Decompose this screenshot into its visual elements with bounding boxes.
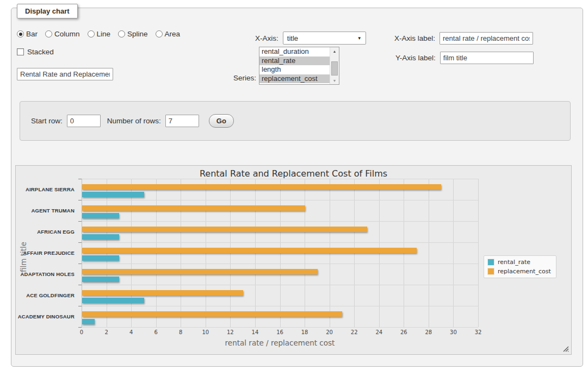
x-tick-label: 22 bbox=[351, 329, 358, 335]
series-options: rental_durationrental_ratelengthreplacem… bbox=[259, 47, 339, 83]
rental_rate-bar[interactable] bbox=[82, 298, 144, 303]
category-label: ACADEMY DINOSAUR bbox=[17, 306, 78, 327]
gridline bbox=[478, 179, 479, 327]
series-label: Series: bbox=[233, 74, 256, 82]
chart-x-axis-title: rental rate / replacement cost bbox=[82, 338, 478, 347]
x-axis-label-row: X-Axis label: bbox=[394, 32, 533, 45]
replacement_cost-bar[interactable] bbox=[82, 248, 417, 253]
x-axis-label-input[interactable] bbox=[440, 32, 533, 45]
chart-title: Rental Rate and Replacement Cost of Film… bbox=[16, 168, 571, 179]
chart-type-radio-bar[interactable]: Bar bbox=[17, 30, 38, 38]
y-axis-label-label: Y-Axis label: bbox=[395, 54, 436, 62]
x-tick-label: 28 bbox=[425, 329, 432, 335]
series-option[interactable]: replacement_cost bbox=[259, 74, 339, 84]
replacement_cost-bar[interactable] bbox=[82, 269, 318, 274]
rows-panel: Start row: Number of rows: Go bbox=[20, 101, 571, 141]
stacked-checkbox[interactable] bbox=[17, 48, 24, 55]
category-label: AFFAIR PREJUDICE bbox=[17, 242, 78, 264]
chart-legend: rental_ratereplacement_cost bbox=[484, 255, 556, 278]
category-label: AFRICAN EGG bbox=[17, 221, 78, 242]
x-tick-label: 16 bbox=[276, 329, 283, 335]
chevron-down-icon: ▼ bbox=[357, 36, 362, 41]
x-axis-selected-value: title bbox=[287, 34, 298, 42]
rental_rate-bar[interactable] bbox=[82, 213, 119, 218]
series-row: Series: rental_durationrental_ratelength… bbox=[259, 47, 339, 85]
x-tick-label: 32 bbox=[475, 329, 482, 335]
gridline bbox=[82, 264, 478, 264]
stacked-checkbox-row[interactable]: Stacked bbox=[17, 48, 54, 56]
x-tick-label: 6 bbox=[154, 329, 158, 335]
chart-type-radio-line[interactable]: Line bbox=[88, 30, 111, 38]
chart-type-radio-group: BarColumnLineSplineArea bbox=[17, 30, 185, 38]
category-labels: AIRPLANE SIERRAAGENT TRUMANAFRICAN EGGAF… bbox=[17, 179, 78, 327]
rental_rate-bar[interactable] bbox=[82, 192, 144, 197]
radio-icon bbox=[45, 30, 52, 37]
x-axis-label-label: X-Axis label: bbox=[394, 34, 435, 42]
chart-type-label: Area bbox=[165, 30, 181, 38]
gridline bbox=[82, 221, 478, 222]
replacement_cost-bar[interactable] bbox=[82, 227, 367, 232]
y-axis-label-input[interactable] bbox=[440, 52, 534, 64]
x-tick-label: 0 bbox=[80, 329, 83, 335]
chart-type-label: Line bbox=[97, 30, 111, 38]
chart-title-input[interactable] bbox=[17, 68, 113, 80]
radio-icon bbox=[118, 30, 125, 37]
scroll-up-icon[interactable]: ▲ bbox=[330, 47, 339, 55]
x-axis-select[interactable]: title ▼ bbox=[283, 32, 366, 45]
legend-label: rental_rate bbox=[498, 259, 530, 266]
rows-panel-inner: Start row: Number of rows: Go bbox=[31, 102, 234, 140]
chart-type-radio-area[interactable]: Area bbox=[156, 30, 181, 38]
gridline bbox=[429, 179, 429, 327]
gridline bbox=[453, 179, 454, 327]
category-label: ACE GOLDFINGER bbox=[17, 285, 78, 306]
start-row-input[interactable] bbox=[67, 115, 101, 127]
resize-grip-icon[interactable] bbox=[563, 346, 569, 352]
num-rows-input[interactable] bbox=[165, 115, 199, 127]
replacement_cost-bar[interactable] bbox=[82, 205, 305, 211]
category-label: AIRPLANE SIERRA bbox=[17, 179, 78, 200]
chart-type-radio-column[interactable]: Column bbox=[45, 30, 80, 38]
x-tick-label: 24 bbox=[375, 329, 382, 335]
x-tick-label: 14 bbox=[252, 329, 259, 335]
go-button[interactable]: Go bbox=[209, 114, 234, 128]
x-tick-label: 18 bbox=[301, 329, 308, 335]
legend-item-rental_rate[interactable]: rental_rate bbox=[487, 259, 551, 266]
num-rows-label: Number of rows: bbox=[107, 117, 161, 125]
category-label: ADAPTATION HOLES bbox=[17, 264, 78, 285]
x-tick-label: 20 bbox=[326, 329, 333, 335]
axis-tick bbox=[78, 327, 82, 328]
chart-type-radio-spline[interactable]: Spline bbox=[118, 30, 148, 38]
chart-container: Rental Rate and Replacement Cost of Film… bbox=[15, 165, 572, 355]
stacked-label: Stacked bbox=[27, 48, 54, 56]
series-option[interactable]: rental_rate bbox=[259, 57, 339, 66]
x-tick-label: 8 bbox=[179, 329, 182, 335]
x-tick-labels: 02468101214161820222426283032 bbox=[82, 329, 478, 337]
scroll-down-icon[interactable]: ▼ bbox=[330, 77, 339, 84]
legend-swatch-icon bbox=[487, 268, 494, 275]
series-listbox[interactable]: rental_durationrental_ratelengthreplacem… bbox=[259, 47, 339, 85]
x-tick-label: 4 bbox=[129, 329, 133, 335]
category-label: AGENT TRUMAN bbox=[17, 200, 78, 221]
series-option[interactable]: length bbox=[259, 65, 339, 74]
start-row-label: Start row: bbox=[31, 117, 63, 125]
replacement_cost-bar[interactable] bbox=[82, 290, 243, 296]
rental_rate-bar[interactable] bbox=[82, 234, 119, 240]
rental_rate-bar[interactable] bbox=[82, 319, 95, 324]
legend-label: replacement_cost bbox=[498, 268, 551, 275]
gridline bbox=[82, 285, 478, 285]
chart-type-label: Spline bbox=[127, 30, 148, 38]
x-axis-select-label: X-Axis: bbox=[255, 34, 278, 42]
chart-type-label: Bar bbox=[26, 30, 38, 38]
rental_rate-bar[interactable] bbox=[82, 255, 119, 261]
radio-icon bbox=[88, 30, 95, 37]
scrollbar-thumb[interactable] bbox=[331, 61, 338, 76]
series-scrollbar[interactable]: ▲ ▼ bbox=[330, 47, 339, 84]
replacement_cost-bar[interactable] bbox=[82, 311, 342, 317]
x-tick-label: 2 bbox=[104, 329, 108, 335]
gridline bbox=[82, 327, 478, 328]
legend-item-replacement_cost[interactable]: replacement_cost bbox=[487, 268, 551, 275]
replacement_cost-bar[interactable] bbox=[82, 184, 441, 190]
series-option[interactable]: rental_duration bbox=[259, 47, 339, 57]
rental_rate-bar[interactable] bbox=[82, 277, 119, 282]
x-axis-select-row: X-Axis: title ▼ bbox=[255, 32, 366, 45]
